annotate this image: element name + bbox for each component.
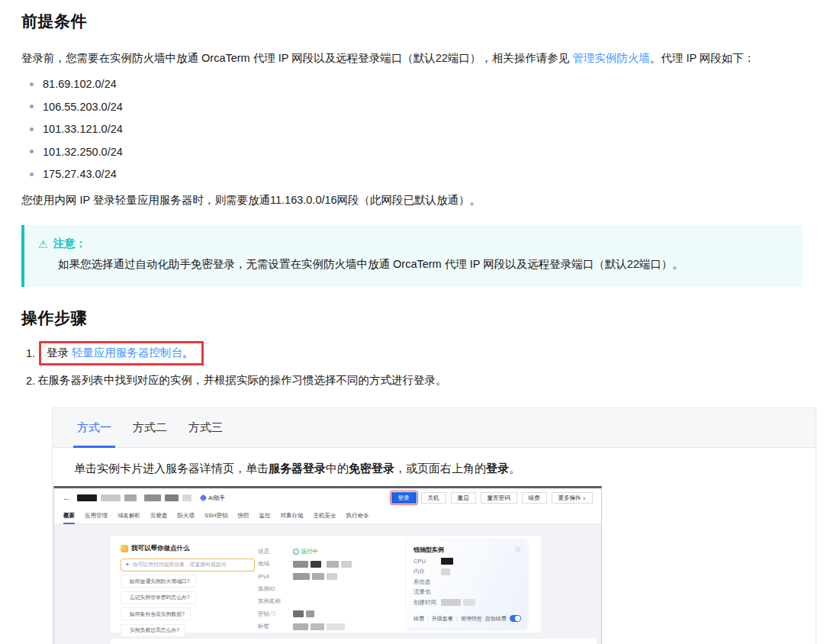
ai-helper-column: 我可以帮你做点什么 ✦你可以查找功能或信息，或直接向我提问 如何放通实例防火墙端… — [121, 544, 255, 637]
redacted-block — [77, 494, 97, 501]
faq-item: 如何备份当前实例数据? — [121, 607, 191, 620]
redacted-block — [312, 573, 324, 580]
redacted-block — [306, 610, 314, 617]
bullet-icon — [30, 150, 34, 153]
steps-list: 1. 登录 轻量应用服务器控制台。 2. 在服务器列表中找到对应的实例，并根据实… — [21, 341, 803, 388]
chevron-down-icon: ∨ — [583, 496, 586, 501]
tab-method-3[interactable]: 方式三 — [178, 408, 233, 447]
faq-item: 忘记实例登录密码怎么办? — [121, 591, 196, 604]
plan-row: 创建时间 — [414, 597, 520, 608]
console-nav-tabs: 概要 应用管理 域名解析 云硬盘 防火墙 SSH密钥 快照 监控 对象存储 主机… — [54, 508, 601, 524]
ip-range: 106.55.203.0/24 — [43, 101, 123, 113]
info-label: IPv4 — [258, 573, 293, 580]
ai-sparkle-icon — [200, 494, 208, 502]
info-circle-icon: ⓘ — [271, 610, 276, 617]
ai-helper-title: 我可以帮你做点什么 — [131, 544, 190, 553]
console-screenshot-image: ← AI助手 登录 关机 重启 重置密码 续费 更多操作∨ — [53, 486, 602, 644]
info-circle-icon: ⓘ — [516, 546, 521, 553]
step-1: 1. 登录 轻量应用服务器控制台。 — [21, 341, 803, 365]
instruction-text: 。 — [509, 462, 520, 475]
methods-tab-panel: 方式一 方式二 方式三 单击实例卡片进入服务器详情页，单击服务器登录中的免密登录… — [52, 407, 816, 644]
intro-text-pre: 登录前，您需要在实例防火墙中放通 OrcaTerm 代理 IP 网段以及远程登录… — [21, 52, 572, 64]
info-label: 实例名称 — [258, 597, 293, 605]
info-row: IPv4 — [258, 570, 352, 582]
nav-snapshot: 快照 — [237, 512, 249, 520]
login-button: 登录 — [391, 492, 417, 504]
info-row: 标签 — [258, 620, 352, 633]
status-badge: ✓运行中 — [293, 548, 318, 555]
step-2: 2. 在服务器列表中找到对应的实例，并根据实际的操作习惯选择不同的方式进行登录。 — [21, 373, 803, 388]
info-label: 标签 — [258, 623, 293, 630]
console-header: ← AI助手 登录 关机 重启 重置密码 续费 更多操作∨ — [54, 488, 601, 508]
notice-title: 注意： — [53, 237, 87, 251]
redacted-block — [293, 573, 310, 580]
ai-assistant-chip: AI助手 — [201, 494, 225, 502]
info-row: 密钥ⓘ — [258, 608, 352, 620]
instance-plan-card: 锐驰型实例ⓘ CPU 内存 系统盘 流量包 创建时间 续费| 升级套餐| 管理快… — [407, 539, 527, 629]
ai-helper-title-row: 我可以帮你做点什么 — [121, 544, 255, 553]
ai-input-placeholder: 你可以查找功能或信息，或直接向我提问 — [133, 561, 226, 568]
nav-run-command: 执行命令 — [346, 512, 369, 520]
ip-range: 101.33.121.0/24 — [43, 123, 123, 135]
method-1-instruction: 单击实例卡片进入服务器详情页，单击服务器登录中的免密登录，或页面右上角的登录。 — [74, 460, 794, 478]
redacted-block — [182, 494, 192, 501]
step-1-highlight-box: 登录 轻量应用服务器控制台。 — [39, 341, 204, 365]
redacted-block — [101, 494, 121, 501]
ai-search-input: ✦你可以查找功能或信息，或直接向我提问 — [121, 559, 255, 572]
plan-links-row: 续费| 升级套餐| 管理快照 自动续费 — [414, 615, 520, 623]
check-circle-icon: ✓ — [293, 549, 299, 555]
nav-cloud-disk: 云硬盘 — [150, 512, 168, 520]
lighthouse-console-link[interactable]: 轻量应用服务器控制台 — [72, 346, 182, 360]
plan-title-row: 锐驰型实例ⓘ — [414, 546, 520, 554]
nav-domain: 域名解析 — [117, 512, 140, 520]
info-row: 地域 — [258, 558, 352, 570]
instruction-text: 中的 — [326, 462, 349, 475]
tab-method-1[interactable]: 方式一 — [66, 408, 122, 447]
console-content: 我可以帮你做点什么 ✦你可以查找功能或信息，或直接向我提问 如何放通实例防火墙端… — [54, 524, 601, 644]
step-1-period: 。 — [182, 346, 194, 360]
redacted-block — [441, 599, 461, 606]
step-number: 2. — [21, 375, 35, 387]
restart-button: 重启 — [451, 492, 476, 504]
shutdown-button: 关机 — [421, 492, 446, 504]
steps-heading: 操作步骤 — [21, 308, 803, 329]
nav-overview: 概要 — [63, 512, 75, 520]
faq-text: 如何备份当前实例数据? — [130, 610, 185, 618]
plan-label: CPU — [414, 558, 441, 565]
info-row: 状态✓运行中 — [258, 546, 352, 558]
nav-firewall: 防火墙 — [178, 512, 195, 520]
more-actions-button: 更多操作∨ — [552, 492, 593, 504]
redacted-block — [144, 494, 161, 501]
info-label: 状态 — [258, 548, 293, 555]
warning-icon: ⚠ — [38, 238, 48, 250]
redacted-block — [124, 494, 137, 501]
proxy-ip-list: 81.69.102.0/24 106.55.203.0/24 101.33.12… — [21, 72, 803, 185]
redacted-block — [165, 494, 179, 501]
instance-info-column: 状态✓运行中 地域 IPv4 实例ID 实例名称 密钥ⓘ 标签 — [258, 546, 352, 633]
info-label: 地域 — [258, 560, 293, 568]
step-2-text: 在服务器列表中找到对应的实例，并根据实际的操作习惯选择不同的方式进行登录。 — [37, 373, 447, 388]
manage-firewall-link[interactable]: 管理实例防火墙 — [572, 52, 650, 64]
redacted-block — [311, 623, 324, 630]
reset-password-button: 重置密码 — [481, 492, 517, 504]
instruction-bold: 服务器登录 — [269, 462, 326, 475]
bullet-icon — [30, 127, 34, 131]
redacted-block — [327, 573, 337, 580]
redacted-block — [441, 568, 450, 575]
tab-method-2[interactable]: 方式二 — [122, 408, 178, 447]
paw-icon — [121, 545, 128, 552]
ip-range: 81.69.102.0/24 — [43, 78, 117, 90]
bullet-icon — [30, 82, 34, 86]
divider: | — [427, 616, 429, 621]
notice-box: ⚠ 注意： 如果您选择通过自动化助手免密登录，无需设置在实例防火墙中放通 Orc… — [21, 225, 803, 287]
auto-renew-toggle — [510, 615, 521, 622]
faq-item: 实例负载过高怎么办? — [121, 624, 185, 637]
upgrade-link: 升级套餐 — [432, 615, 453, 623]
list-item: 101.32.250.0/24 — [21, 140, 803, 163]
step-1-text: 登录 — [47, 346, 69, 360]
faq-item: 如何放通实例防火墙端口? — [121, 575, 196, 588]
nav-ssh-key: SSH密钥 — [204, 512, 227, 520]
notice-header: ⚠ 注意： — [38, 237, 789, 251]
redacted-block — [327, 561, 339, 568]
instruction-bold: 登录 — [486, 462, 509, 475]
